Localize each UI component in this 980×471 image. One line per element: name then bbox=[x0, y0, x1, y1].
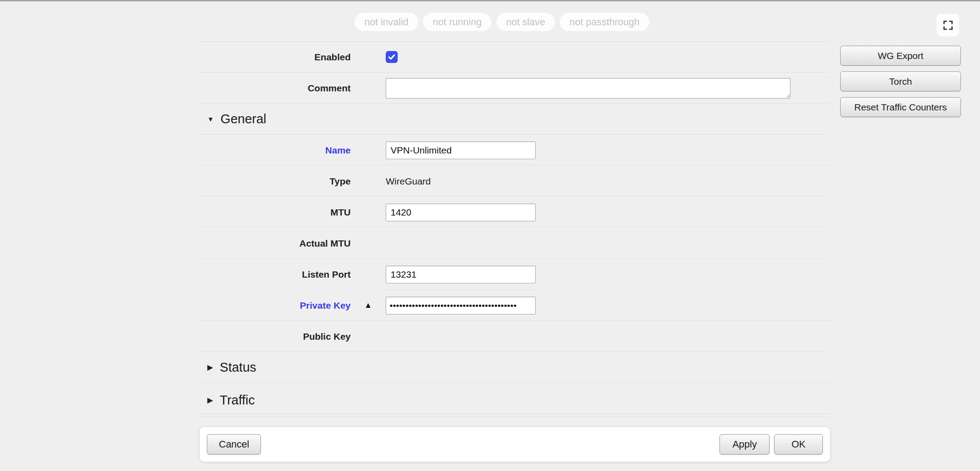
status-badge-not-running: not running bbox=[423, 13, 491, 31]
footer-button-bar: Cancel Apply OK bbox=[200, 427, 830, 462]
type-value: WireGuard bbox=[386, 176, 431, 187]
chevron-right-icon: ▶ bbox=[207, 363, 213, 372]
private-key-label: Private Key bbox=[200, 300, 351, 311]
torch-button[interactable]: Torch bbox=[840, 71, 961, 91]
form-row-mtu: MTU bbox=[200, 197, 830, 228]
mtu-label: MTU bbox=[200, 207, 351, 218]
form-row-private-key: Private Key ▲ bbox=[200, 290, 830, 321]
ok-button[interactable]: OK bbox=[774, 434, 823, 455]
comment-label: Comment bbox=[200, 83, 351, 94]
section-header-general[interactable]: ▼ General bbox=[200, 104, 830, 135]
mtu-input[interactable] bbox=[386, 204, 536, 221]
form-row-listen-port: Listen Port bbox=[200, 259, 830, 290]
section-status-title: Status bbox=[220, 360, 256, 375]
listen-port-input[interactable] bbox=[386, 266, 536, 283]
chevron-down-icon: ▼ bbox=[207, 115, 214, 123]
section-traffic-title: Traffic bbox=[220, 393, 255, 408]
form-row-comment: Comment bbox=[200, 73, 830, 104]
status-badge-not-invalid: not invalid bbox=[355, 13, 418, 31]
section-general-title: General bbox=[221, 112, 266, 126]
private-key-input[interactable] bbox=[386, 297, 536, 314]
section-header-traffic[interactable]: ▶ Traffic bbox=[200, 386, 830, 414]
actual-mtu-label: Actual MTU bbox=[200, 238, 351, 249]
triangle-up-icon[interactable]: ▲ bbox=[364, 301, 372, 310]
enabled-label: Enabled bbox=[200, 52, 351, 63]
apply-button[interactable]: Apply bbox=[719, 434, 770, 455]
name-input[interactable] bbox=[386, 141, 536, 159]
status-badges: not invalid not running not slave not pa… bbox=[355, 13, 649, 31]
fullscreen-icon bbox=[943, 20, 953, 31]
enabled-checkbox[interactable] bbox=[386, 51, 398, 63]
interface-form: Enabled Comment ▼ General Name Type bbox=[200, 41, 830, 417]
name-label: Name bbox=[200, 145, 351, 156]
chevron-right-icon: ▶ bbox=[207, 396, 213, 405]
public-key-label: Public Key bbox=[200, 331, 351, 342]
form-row-name: Name bbox=[200, 135, 830, 166]
top-border bbox=[0, 0, 980, 1]
checkmark-icon bbox=[387, 53, 396, 61]
cancel-button[interactable]: Cancel bbox=[207, 434, 261, 455]
form-row-enabled: Enabled bbox=[200, 42, 830, 73]
fullscreen-button[interactable] bbox=[937, 14, 959, 36]
status-badge-not-slave: not slave bbox=[496, 13, 555, 31]
section-divider bbox=[200, 414, 830, 417]
reset-traffic-counters-button[interactable]: Reset Traffic Counters bbox=[840, 97, 961, 117]
section-divider bbox=[200, 383, 830, 386]
form-row-type: Type WireGuard bbox=[200, 166, 830, 197]
section-header-status[interactable]: ▶ Status bbox=[200, 352, 830, 383]
wg-export-button[interactable]: WG Export bbox=[840, 46, 961, 66]
side-action-buttons: WG Export Torch Reset Traffic Counters bbox=[840, 46, 961, 117]
type-label: Type bbox=[200, 176, 351, 187]
form-row-public-key: Public Key bbox=[200, 321, 830, 352]
status-badge-not-passthrough: not passthrough bbox=[560, 13, 649, 31]
form-row-actual-mtu: Actual MTU bbox=[200, 228, 830, 259]
listen-port-label: Listen Port bbox=[200, 269, 351, 280]
comment-input[interactable] bbox=[386, 78, 790, 98]
